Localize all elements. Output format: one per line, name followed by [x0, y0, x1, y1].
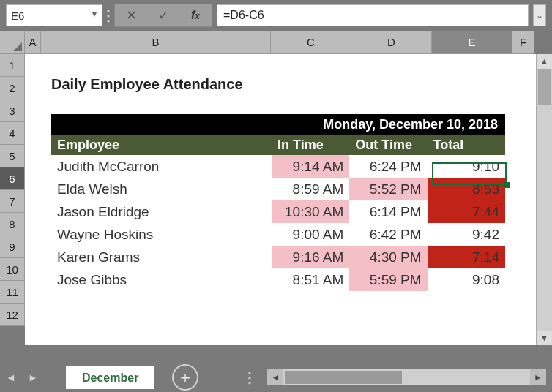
formula-text: =D6-C6 [223, 9, 264, 22]
separator: ⋮ [242, 369, 257, 386]
col-header-B[interactable]: B [41, 31, 271, 54]
col-header-F[interactable]: F [512, 31, 534, 54]
cell[interactable]: 7:44 [428, 200, 505, 223]
table-row[interactable]: Wayne Hoskins9:00 AM6:42 PM9:42 [51, 223, 505, 246]
scroll-up-icon[interactable]: ▲ [537, 54, 552, 69]
tab-label: December [82, 372, 138, 385]
cell[interactable]: 8:59 AM [272, 178, 349, 200]
col-in: In Time [272, 135, 349, 155]
table-row[interactable]: Jason Eldridge10:30 AM6:14 PM7:44 [51, 200, 505, 223]
row-header-12[interactable]: 12 [0, 304, 25, 326]
tab-prev-icon[interactable]: ◄ [0, 363, 22, 392]
row-header-3[interactable]: 3 [0, 99, 25, 122]
add-sheet-button[interactable]: ＋ [172, 364, 198, 391]
row-headers: 123456789101112 [0, 54, 25, 326]
cell[interactable]: 6:42 PM [349, 223, 427, 246]
page-title: Daily Employee Attendance [51, 76, 243, 93]
col-header-E[interactable]: E [432, 31, 512, 54]
attendance-table: Monday, December 10, 2018 Employee In Ti… [51, 114, 505, 291]
cell[interactable]: 4:30 PM [349, 246, 427, 268]
col-header-A[interactable]: A [25, 31, 41, 54]
cell[interactable]: Jason Eldridge [51, 200, 272, 223]
name-box-value: E6 [11, 10, 24, 22]
tab-december[interactable]: December [66, 366, 154, 389]
fill-handle[interactable] [504, 182, 510, 188]
row-header-9[interactable]: 9 [0, 235, 25, 258]
name-box[interactable]: E6 ▼ [6, 4, 102, 26]
row-header-6[interactable]: 6 [0, 167, 25, 190]
col-employee: Employee [51, 135, 272, 155]
scroll-down-icon[interactable]: ▼ [537, 331, 552, 345]
chevron-down-icon[interactable]: ▼ [90, 9, 99, 19]
cell[interactable]: 5:52 PM [349, 178, 427, 200]
separator: ⋮ [107, 5, 110, 26]
cell[interactable]: Judith McCarron [51, 155, 272, 178]
fx-icon[interactable]: fx [179, 4, 212, 26]
sheet-tab-bar: ◄ ► December ＋ ⋮ ◄ ► [0, 363, 552, 392]
scroll-right-icon[interactable]: ► [530, 369, 546, 385]
scroll-left-icon[interactable]: ◄ [267, 369, 283, 385]
col-total: Total [428, 135, 505, 155]
col-header-C[interactable]: C [271, 31, 351, 54]
row-header-1[interactable]: 1 [0, 54, 25, 77]
col-header-D[interactable]: D [351, 31, 432, 54]
cell[interactable]: 9:10 [428, 155, 505, 178]
expand-formula-icon[interactable]: ⌄ [533, 4, 546, 26]
row-header-7[interactable]: 7 [0, 190, 25, 213]
row-header-4[interactable]: 4 [0, 122, 25, 145]
table-row[interactable]: Jose Gibbs8:51 AM5:59 PM9:08 [51, 268, 505, 291]
horizontal-scrollbar[interactable]: ◄ ► [267, 369, 546, 385]
column-headers: ABCDEF [25, 31, 552, 54]
cell[interactable]: 10:30 AM [272, 200, 349, 223]
formula-buttons: ✕ ✓ fx [114, 4, 212, 27]
cell[interactable]: 9:42 [428, 223, 505, 246]
select-all-button[interactable] [0, 31, 25, 54]
hscroll-thumb[interactable] [285, 371, 402, 384]
cancel-icon[interactable]: ✕ [115, 4, 147, 26]
cell[interactable]: Karen Grams [51, 246, 272, 268]
cell[interactable]: Wayne Hoskins [51, 223, 272, 246]
spreadsheet-grid: 123456789101112 ABCDEF Daily Employee At… [0, 31, 552, 345]
sheet-area[interactable]: Daily Employee Attendance Monday, Decemb… [25, 54, 552, 345]
date-header: Monday, December 10, 2018 [51, 114, 505, 135]
formula-bar: E6 ▼ ⋮ ✕ ✓ fx =D6-C6 ⌄ [0, 0, 552, 31]
table-row[interactable]: Judith McCarron9:14 AM6:24 PM9:10 [51, 155, 505, 178]
row-header-8[interactable]: 8 [0, 213, 25, 235]
cell[interactable]: 9:16 AM [272, 246, 349, 268]
cell[interactable]: 6:24 PM [349, 155, 427, 178]
scroll-thumb[interactable] [538, 69, 551, 105]
cell[interactable]: 8:53 [428, 178, 505, 200]
cell[interactable]: 8:51 AM [272, 268, 349, 291]
cell[interactable]: 9:14 AM [272, 155, 349, 178]
cell[interactable]: 7:14 [428, 246, 505, 268]
enter-icon[interactable]: ✓ [147, 4, 179, 26]
cell[interactable]: 5:59 PM [349, 268, 427, 291]
row-header-10[interactable]: 10 [0, 258, 25, 281]
table-row[interactable]: Elda Welsh8:59 AM5:52 PM8:53 [51, 178, 505, 200]
cell[interactable]: 9:08 [428, 268, 505, 291]
cell[interactable]: 6:14 PM [349, 200, 427, 223]
cell[interactable]: Elda Welsh [51, 178, 272, 200]
table-row[interactable]: Karen Grams9:16 AM4:30 PM7:14 [51, 246, 505, 268]
col-out: Out Time [349, 135, 427, 155]
row-header-2[interactable]: 2 [0, 77, 25, 99]
row-header-11[interactable]: 11 [0, 281, 25, 304]
tab-next-icon[interactable]: ► [22, 363, 44, 392]
row-header-5[interactable]: 5 [0, 145, 25, 167]
cell[interactable]: Jose Gibbs [51, 268, 272, 291]
cell[interactable]: 9:00 AM [272, 223, 349, 246]
vertical-scrollbar[interactable]: ▲ ▼ [536, 54, 552, 345]
formula-input[interactable]: =D6-C6 [217, 4, 529, 26]
